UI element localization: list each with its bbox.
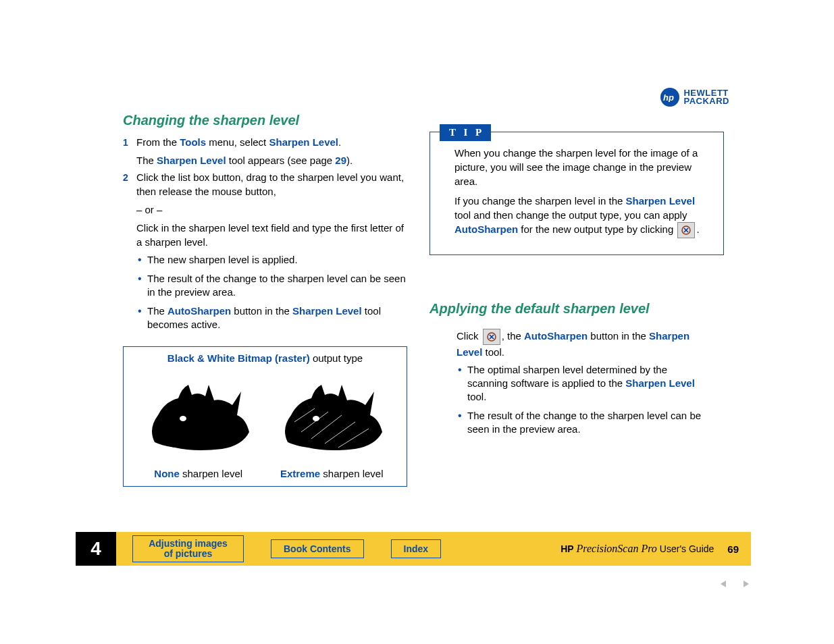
book-contents-button[interactable]: Book Contents	[271, 539, 364, 558]
tip-box: T I P When you change the sharpen level …	[429, 132, 724, 255]
compare-label-none: None sharpen level	[138, 468, 259, 479]
hp-brand-text: HEWLETT PACKARD	[683, 89, 729, 105]
step-1: From the Tools menu, select Sharpen Leve…	[123, 135, 407, 167]
autosharpen-icon[interactable]	[677, 222, 695, 238]
step-2-alt: Click in the sharpen level text field an…	[123, 221, 407, 249]
svg-point-7	[313, 416, 319, 421]
compare-label-extreme: Extreme sharpen level	[271, 468, 392, 479]
chapter-number: 4	[76, 532, 116, 566]
bullet-optimal: The optimal sharpen level determined by …	[458, 363, 703, 404]
guide-title: HP PrecisionScan Pro User's Guide	[561, 543, 714, 555]
svg-text:hp: hp	[663, 92, 674, 102]
page-number: 69	[727, 543, 739, 555]
compare-title: Black & White Bitmap (raster) output typ…	[132, 352, 398, 364]
rhino-none-image	[141, 368, 256, 462]
tip-paragraph-2: If you change the sharpen level in the S…	[454, 194, 711, 238]
heading-change-sharpen: Changing the sharpen level	[123, 113, 407, 128]
index-button[interactable]: Index	[391, 539, 442, 558]
hp-badge-icon: hp	[660, 88, 679, 107]
rhino-extreme-image	[274, 368, 389, 462]
bullet-result: The result of the change to the sharpen …	[458, 409, 703, 436]
or-separator: – or –	[123, 204, 407, 215]
tip-paragraph-1: When you change the sharpen level for th…	[454, 146, 711, 188]
nav-arrows[interactable]	[718, 579, 752, 589]
autosharpen-icon[interactable]	[483, 329, 500, 345]
apply-default-instruction: Click , the AutoSharpen button in the Sh…	[457, 329, 703, 359]
hp-logo: hp HEWLETT PACKARD	[660, 88, 729, 107]
chapter-title-button[interactable]: Adjusting images of pictures	[132, 535, 244, 562]
bullet-autosharpen-active: The AutoSharpen button in the Sharpen Le…	[138, 304, 407, 331]
heading-apply-default: Applying the default sharpen level	[429, 301, 703, 317]
next-page-icon[interactable]	[739, 579, 752, 589]
step-2: Click the list box button, drag to the s…	[123, 170, 407, 198]
prev-page-icon[interactable]	[718, 579, 730, 589]
svg-point-1	[180, 416, 186, 421]
tip-label: T I P	[440, 124, 491, 141]
sharpen-compare-box: Black & White Bitmap (raster) output typ…	[123, 346, 407, 487]
footer-bar: 4 Adjusting images of pictures Book Cont…	[76, 532, 751, 566]
bullet-applied: The new sharpen level is applied.	[138, 253, 407, 267]
bullet-preview: The result of the change to the sharpen …	[138, 272, 407, 299]
